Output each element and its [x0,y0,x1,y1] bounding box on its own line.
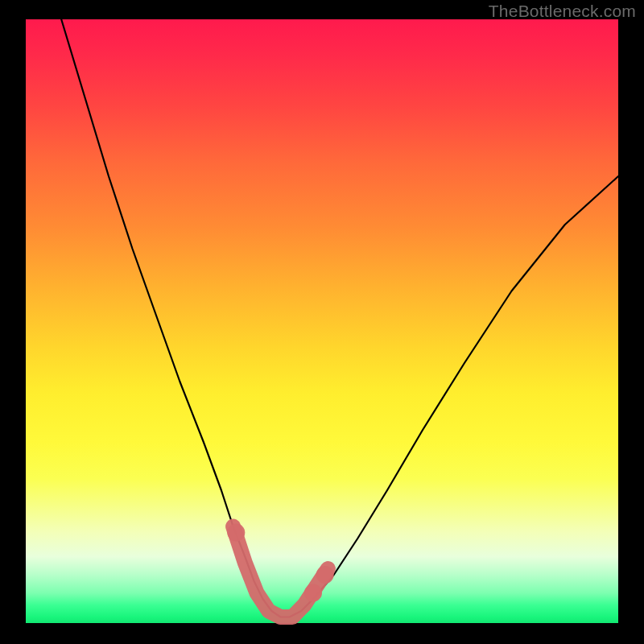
optimal-range-highlight [233,526,328,617]
optimal-dot [304,584,322,602]
bottleneck-curve [61,19,618,617]
optimal-dot [316,566,334,584]
chart-frame: TheBottleneck.com [0,0,644,644]
curve-svg [26,19,618,623]
watermark-text: TheBottleneck.com [489,2,636,21]
optimal-dot [227,524,245,542]
plot-area [26,19,618,623]
